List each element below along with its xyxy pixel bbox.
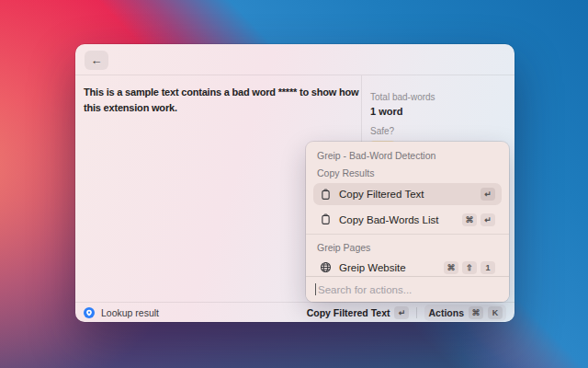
menu-item-greip-website[interactable]: Greip Website ⌘ ⇧ 1 [313, 257, 502, 275]
greip-logo-icon [84, 307, 95, 318]
cmd-key-badge: ⌘ [469, 306, 483, 319]
filtered-text: This is a sample text contains a bad wor… [84, 85, 374, 116]
window-header: ← [75, 44, 514, 75]
app-window: ← This is a sample text contains a bad w… [75, 44, 514, 322]
context-label: Lookup result [101, 307, 159, 318]
menu-item-label: Copy Bad-Words List [339, 214, 438, 225]
menu-item-label: Greip Website [339, 262, 406, 273]
globe-icon [320, 261, 332, 273]
actions-button-label: Actions [428, 307, 464, 318]
menu-item-copy-bad-words-list[interactable]: Copy Bad-Words List ⌘ ↵ [313, 209, 502, 230]
enter-key-badge: ↵ [394, 306, 409, 319]
one-key-badge: 1 [481, 261, 495, 274]
metadata-label: Total bad-words [370, 92, 507, 102]
section-copy-results: Copy Results [317, 167, 498, 178]
metadata-value: 1 word [370, 106, 507, 117]
text-cursor [315, 283, 316, 295]
status-bar: Lookup result Copy Filtered Text ↵ Actio… [75, 302, 514, 322]
primary-action-label[interactable]: Copy Filtered Text [307, 307, 390, 318]
clipboard-icon [320, 213, 332, 225]
menu-item-label: Copy Filtered Text [339, 189, 424, 200]
metadata-label: Safe? [370, 126, 507, 136]
back-button[interactable]: ← [85, 51, 108, 70]
menu-divider [306, 234, 509, 235]
back-arrow-icon: ← [91, 53, 103, 67]
enter-key-badge: ↵ [481, 188, 495, 201]
clipboard-icon [320, 189, 332, 201]
enter-key-badge: ↵ [481, 213, 495, 226]
menu-item-copy-filtered-text[interactable]: Copy Filtered Text ↵ [313, 183, 502, 205]
cmd-key-badge: ⌘ [462, 213, 477, 226]
bar-divider [416, 307, 417, 318]
action-menu-list: Greip - Bad-Word Detection Copy Results … [306, 142, 509, 275]
action-menu-title: Greip - Bad-Word Detection [317, 150, 498, 161]
shift-key-badge: ⇧ [462, 261, 477, 274]
actions-search-input[interactable]: Search for actions... [306, 276, 509, 302]
section-greip-pages: Greip Pages [317, 242, 498, 253]
cmd-key-badge: ⌘ [444, 261, 458, 274]
search-placeholder: Search for actions... [318, 284, 412, 295]
k-key-badge: K [488, 306, 503, 319]
actions-button[interactable]: Actions ⌘ K [424, 305, 506, 321]
action-menu: Greip - Bad-Word Detection Copy Results … [306, 142, 509, 302]
